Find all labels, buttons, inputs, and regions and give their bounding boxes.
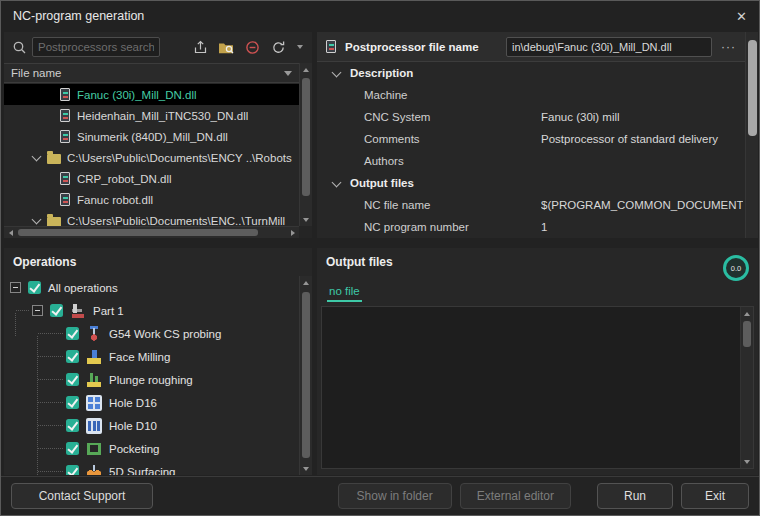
postprocessor-search-input[interactable] <box>32 37 160 57</box>
property-value[interactable]: 1 <box>541 221 743 233</box>
property-row[interactable]: NC file name$(PROGRAM_COMMON_DOCUMENT <box>317 194 745 216</box>
property-value[interactable]: Fanuc (30i) mill <box>541 111 743 123</box>
refresh-button[interactable] <box>267 36 290 58</box>
operation-row[interactable]: G54 Work CS probing <box>4 322 299 345</box>
operation-row[interactable]: Part 1 <box>4 299 299 322</box>
operation-checkbox[interactable] <box>66 419 79 432</box>
file-tree-file-row[interactable]: Heidenhain_Mill_iTNC530_DN.dll <box>4 105 299 126</box>
property-value[interactable]: $(PROGRAM_COMMON_DOCUMENT <box>541 199 743 211</box>
remove-postprocessor-button[interactable] <box>241 36 264 58</box>
operation-label: Face Milling <box>109 351 170 363</box>
operation-checkbox[interactable] <box>66 350 79 363</box>
search-icon <box>9 37 29 57</box>
find-in-folder-button[interactable] <box>215 36 238 58</box>
chevron-down-icon[interactable] <box>32 153 41 162</box>
operation-row[interactable]: Face Milling <box>4 345 299 368</box>
operation-row[interactable]: Pocketing <box>4 437 299 460</box>
section-title: Output files <box>350 177 414 189</box>
title-bar: NC-program generation ✕ <box>1 1 759 31</box>
property-row[interactable]: CommentsPostprocessor of standard delive… <box>317 128 745 150</box>
file-name-column-label: File name <box>11 67 62 79</box>
scroll-up-button[interactable] <box>300 63 312 76</box>
scrollbar-corner <box>299 226 312 238</box>
scroll-right-button[interactable] <box>286 227 299 238</box>
operation-checkbox[interactable] <box>28 281 41 294</box>
scrollbar-thumb[interactable] <box>743 321 751 347</box>
footer: Contact Support Show in folderExternal e… <box>1 476 759 515</box>
exit-button[interactable]: Exit <box>681 483 749 509</box>
file-tree-file-row[interactable]: Fanuc robot.dll <box>4 189 299 210</box>
property-row[interactable]: CNC SystemFanuc (30i) mill <box>317 106 745 128</box>
operation-label: Hole D16 <box>109 397 157 409</box>
part-icon <box>70 303 86 319</box>
chevron-down-icon[interactable] <box>332 179 341 188</box>
scroll-up-button[interactable] <box>741 307 753 320</box>
scrollbar-thumb[interactable] <box>302 78 310 196</box>
run-button[interactable]: Run <box>597 483 673 509</box>
property-section-row[interactable]: Description <box>317 62 745 84</box>
operation-checkbox[interactable] <box>66 442 79 455</box>
scroll-down-button[interactable] <box>300 462 312 475</box>
collapse-toggle-icon[interactable] <box>10 282 21 293</box>
scroll-down-button[interactable] <box>300 213 312 226</box>
postprocessor-file-name-label: Postprocessor file name <box>345 41 479 53</box>
properties-scrollbar[interactable] <box>745 32 758 238</box>
property-row[interactable]: Machine <box>317 84 745 106</box>
nc-code-view[interactable] <box>321 306 754 469</box>
scrollbar-thumb[interactable] <box>748 40 757 136</box>
file-tree-file-row[interactable]: Sinumerik (840D)_Mill_DN.dll <box>4 126 299 147</box>
operation-checkbox[interactable] <box>66 465 79 475</box>
operation-checkbox[interactable] <box>66 373 79 386</box>
file-list-horizontal-scrollbar[interactable] <box>4 226 299 238</box>
operation-checkbox[interactable] <box>66 396 79 409</box>
file-tree-folder-row[interactable]: C:\Users\Public\Documents\ENC..\TurnMill <box>4 210 299 226</box>
export-button[interactable] <box>189 36 212 58</box>
toolbar-dropdown-button[interactable] <box>293 36 307 58</box>
operation-row[interactable]: Hole D10 <box>4 414 299 437</box>
chevron-down-icon[interactable] <box>32 216 41 225</box>
operation-checkbox[interactable] <box>50 304 63 317</box>
file-tree-file-row[interactable]: CRP_robot_DN.dll <box>4 168 299 189</box>
operations-title: Operations <box>13 255 76 269</box>
output-scrollbar[interactable] <box>740 307 753 468</box>
no-file-tab[interactable]: no file <box>327 285 362 302</box>
filter-icon[interactable] <box>284 71 292 76</box>
operation-row[interactable]: 5D Surfacing <box>4 460 299 475</box>
footer-right: Show in folderExternal editorRunExit <box>338 483 749 509</box>
close-button[interactable]: ✕ <box>736 9 747 24</box>
scroll-left-button[interactable] <box>4 227 17 238</box>
property-row[interactable]: Authors <box>317 150 745 172</box>
property-section-row[interactable]: Output files <box>317 172 745 194</box>
property-row[interactable]: NC program number1 <box>317 216 745 238</box>
operation-row[interactable]: Hole D16 <box>4 391 299 414</box>
down-arrow-icon <box>303 218 309 222</box>
file-tree-folder-row[interactable]: C:\Users\Public\Documents\ENCY ..\Robots <box>4 147 299 168</box>
operation-row[interactable]: All operations <box>4 276 299 299</box>
file-list-vertical-scrollbar[interactable] <box>299 63 312 226</box>
output-files-title: Output files <box>326 255 393 269</box>
external-editor-button[interactable]: External editor <box>460 483 571 509</box>
operations-scrollbar[interactable] <box>299 276 312 475</box>
section-title: Description <box>350 67 413 79</box>
property-value[interactable]: Postprocessor of standard delivery <box>541 133 743 145</box>
operation-row[interactable]: Plunge roughing <box>4 368 299 391</box>
scrollbar-thumb[interactable] <box>18 229 258 236</box>
property-label: Comments <box>364 133 420 145</box>
postprocessor-file-path-field[interactable]: in\debug\Fanuc (30i)_Mill_DN.dll <box>506 37 712 57</box>
operation-checkbox[interactable] <box>66 327 79 340</box>
scroll-down-button[interactable] <box>741 455 753 468</box>
property-label: Authors <box>364 155 404 167</box>
chevron-down-icon[interactable] <box>332 69 341 78</box>
file-tree-file-row[interactable]: Fanuc (30i)_Mill_DN.dll <box>4 84 299 105</box>
collapse-toggle-icon[interactable] <box>32 305 43 316</box>
file-panel-toolbar <box>4 34 312 60</box>
property-label: NC file name <box>364 199 430 211</box>
scrollbar-thumb[interactable] <box>302 292 310 458</box>
file-name-column-header[interactable]: File name <box>4 63 299 83</box>
probing-icon <box>86 326 102 342</box>
scroll-up-button[interactable] <box>300 276 312 289</box>
show-in-folder-button[interactable]: Show in folder <box>338 483 452 509</box>
contact-support-button[interactable]: Contact Support <box>11 483 153 509</box>
document-icon <box>326 40 336 53</box>
browse-button[interactable]: ··· <box>721 40 736 54</box>
